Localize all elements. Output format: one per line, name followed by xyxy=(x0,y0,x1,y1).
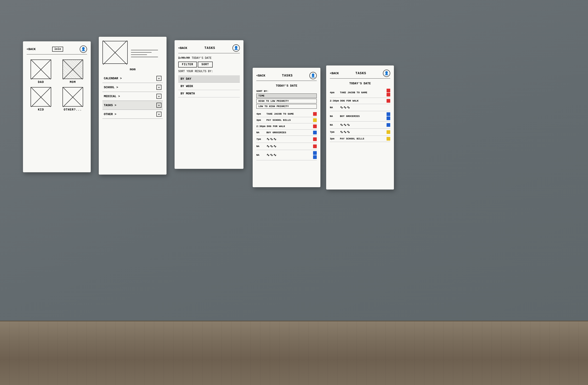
task-desc: DOG FOR WALK xyxy=(267,125,312,128)
avatar[interactable]: 👤 xyxy=(80,45,87,53)
task-row[interactable]: 3pm PAY SCHOOL BILLS xyxy=(330,136,390,142)
task-row[interactable]: NA ∿∿∿ xyxy=(256,143,317,150)
back-button[interactable]: <BACK xyxy=(256,74,265,77)
sort-button[interactable]: SORT xyxy=(198,62,213,67)
task-desc: ∿∿∿ xyxy=(266,137,312,142)
sort-tabs: TIME HIGH TO LOW PRIORITY LOW TO HIGH PR… xyxy=(256,93,317,109)
task-row[interactable]: 4pm TAKE JACOB TO GAME xyxy=(256,111,317,117)
card-tasks-1-header: <BACK TASKS 👤 xyxy=(256,72,317,81)
card-family: <BACK lolo 👤 DAD MOM xyxy=(23,41,91,172)
back-button[interactable]: <BACK xyxy=(330,72,339,75)
date-strikethrough: D/MM/MM xyxy=(178,57,190,60)
task-desc: ∿∿∿ xyxy=(340,130,385,134)
placeholder-x xyxy=(103,41,127,64)
menu-item-label: Other > xyxy=(104,113,116,116)
task-row[interactable]: 3pm PAY SCHOOL BILLS xyxy=(256,117,317,123)
avatar[interactable]: 👤 xyxy=(383,70,390,77)
task-time: NA xyxy=(330,115,338,118)
menu-item-label: Tasks > xyxy=(104,104,116,107)
date-label: TODAY'S DATE xyxy=(191,57,211,60)
filter-button[interactable]: FILTER xyxy=(178,62,197,67)
checkbox[interactable]: ✕ xyxy=(156,85,162,90)
sort-option-month[interactable]: BY MONTH xyxy=(178,90,240,97)
card-tasks-2-header: <BACK TASKS 👤 xyxy=(330,70,390,79)
task-time: NA xyxy=(330,124,338,126)
card-family-header: <BACK lolo 👤 xyxy=(27,45,87,54)
checkbox[interactable]: ✕ xyxy=(156,112,162,117)
task-time: NA xyxy=(256,131,265,134)
task-row[interactable]: 2:30pm DOG FOR WALK xyxy=(256,123,317,129)
back-button[interactable]: <BACK xyxy=(178,46,187,50)
card-tasks-2: <BACK TASKS 👤 TODAY'S DATE 4pm TAKE JACO… xyxy=(326,65,394,190)
task-desc: ∿∿∿ xyxy=(266,153,312,157)
checkbox[interactable]: ✕ xyxy=(156,76,162,81)
squiggle-line xyxy=(131,52,152,53)
kid-label: KID xyxy=(38,108,44,111)
sort-results-label: SORT YOUR RESULTS BY: xyxy=(178,70,240,73)
menu-image-area xyxy=(103,41,163,64)
family-item-mom[interactable]: MOM xyxy=(59,60,87,84)
sort-option-day[interactable]: BY DAY xyxy=(178,75,240,83)
task-tag-blue xyxy=(313,155,317,159)
mom-label: MOM xyxy=(70,80,76,84)
squiggle-line xyxy=(131,57,158,57)
menu-item-school[interactable]: School > ✕ xyxy=(103,83,163,92)
task-row[interactable]: 2:30pm DOG FOR WALK xyxy=(330,98,390,104)
menu-item-label: Medical > xyxy=(104,95,120,98)
task-row[interactable]: 4pm TAKE JACOB TO GAME xyxy=(330,87,390,98)
family-grid: DAD MOM KID other?... xyxy=(27,58,87,113)
task-desc: TAKE JACOB TO GAME xyxy=(340,91,385,94)
task-time: NA xyxy=(330,106,338,109)
menu-item-calendar[interactable]: Calendar > ✕ xyxy=(103,74,163,83)
task-row[interactable]: 7pm ∿∿∿ xyxy=(330,129,390,136)
mom-image xyxy=(63,60,83,79)
other-image xyxy=(63,87,83,107)
menu-item-tasks[interactable]: Tasks > ✕ xyxy=(103,101,163,110)
task-tag-red xyxy=(313,125,317,128)
family-item-kid[interactable]: KID xyxy=(27,87,55,111)
family-item-dad[interactable]: DAD xyxy=(27,60,55,84)
task-time: NA xyxy=(256,145,265,148)
task-time: 3pm xyxy=(330,137,338,140)
card-menu: mom Calendar > ✕ School > ✕ Medical > ✕ … xyxy=(99,37,167,174)
page-title: TASKS xyxy=(282,74,293,77)
menu-item-other[interactable]: Other > ✕ xyxy=(103,110,163,119)
checkbox[interactable]: ✕ xyxy=(156,94,162,99)
task-tag-yellow xyxy=(387,130,390,134)
filter-sort-row: FILTER SORT xyxy=(178,62,240,67)
menu-list: Calendar > ✕ School > ✕ Medical > ✕ Task… xyxy=(103,74,163,119)
back-button[interactable]: <BACK xyxy=(27,47,36,51)
task-time: 7pm xyxy=(330,131,338,133)
task-date: TODAY'S DATE xyxy=(330,82,390,85)
task-tag-blue xyxy=(387,116,390,120)
table-grain xyxy=(0,321,588,385)
task-tag-yellow xyxy=(313,118,317,122)
task-double-tag xyxy=(313,151,317,159)
text-placeholder xyxy=(131,41,163,64)
task-row[interactable]: NA BUY GROCERIES xyxy=(330,111,390,122)
avatar[interactable]: 👤 xyxy=(232,44,240,52)
task-date: TODAY'S DATE xyxy=(256,84,317,87)
task-row[interactable]: NA BUY GROCERIES xyxy=(256,129,317,136)
task-time: 2:30pm xyxy=(256,125,266,128)
tasks-list-2: 4pm TAKE JACOB TO GAME 2:30pm DOG FOR WA… xyxy=(330,87,390,142)
person-name: mom xyxy=(103,67,163,71)
sort-tab-high-low[interactable]: HIGH TO LOW PRIORITY xyxy=(256,99,317,103)
task-row[interactable]: NA ∿∿∿ xyxy=(330,104,390,111)
squiggle-line xyxy=(131,54,147,55)
task-row[interactable]: 7pm ∿∿∿ xyxy=(256,136,317,143)
avatar[interactable]: 👤 xyxy=(309,72,317,79)
scene: <BACK lolo 👤 DAD MOM xyxy=(0,0,588,385)
sort-tab-low-high[interactable]: LOW TO HIGH PRIORITY xyxy=(256,104,317,109)
checkbox[interactable]: ✕ xyxy=(156,103,162,108)
logo: lolo xyxy=(52,47,63,52)
task-row[interactable]: NA ∿∿∿ xyxy=(330,122,390,129)
task-desc: ∿∿∿ xyxy=(340,105,390,110)
placeholder-x xyxy=(63,87,83,106)
task-tag-blue xyxy=(313,151,317,155)
family-item-other[interactable]: other?... xyxy=(59,87,87,111)
task-row[interactable]: NA ∿∿∿ xyxy=(256,150,317,160)
sort-option-week[interactable]: BY WEEK xyxy=(178,83,240,90)
menu-item-medical[interactable]: Medical > ✕ xyxy=(103,92,163,101)
sort-tab-time[interactable]: TIME xyxy=(256,93,317,98)
